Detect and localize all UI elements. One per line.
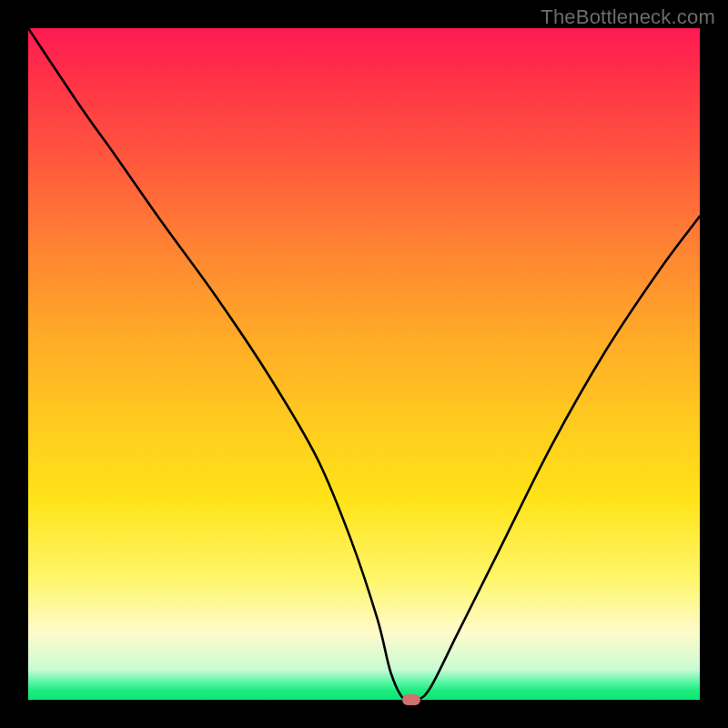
attribution-text: TheBottleneck.com: [541, 5, 715, 29]
chart-plot-area: [28, 28, 700, 700]
chart-curve: [28, 28, 700, 700]
chart-marker: [402, 694, 420, 705]
